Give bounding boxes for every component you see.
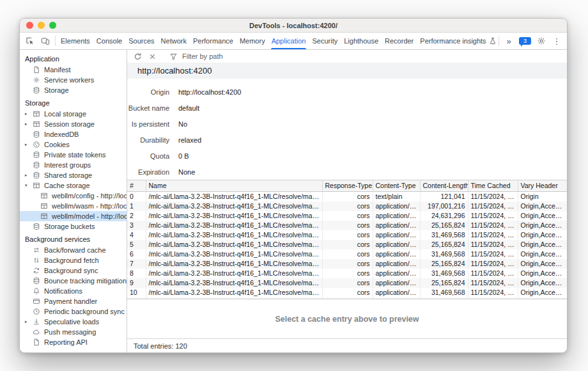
sidebar-item-storage[interactable]: Storage — [20, 85, 127, 95]
sidebar-item-manifest[interactable]: Manifest — [20, 65, 127, 75]
filter-by-path-input[interactable]: Filter by path — [166, 52, 223, 61]
sidebar-item-label: Push messaging — [44, 328, 96, 336]
cell-num: 8 — [127, 269, 146, 278]
cache-entry-row[interactable]: 5/mlc-ai/Llama-3.2-3B-Instruct-q4f16_1-M… — [127, 240, 567, 249]
cell-response-type: cors — [322, 259, 373, 269]
table-header-row: #NameResponse-TypeContent-TypeContent-Le… — [127, 180, 567, 191]
cache-entry-row[interactable]: 7/mlc-ai/Llama-3.2-3B-Instruct-q4f16_1-M… — [127, 259, 567, 269]
sidebar-item-back-forward-cache[interactable]: Back/forward cache — [20, 245, 127, 255]
chevron-right-icon[interactable]: ▸ — [25, 142, 32, 147]
tab-security[interactable]: Security — [309, 33, 341, 49]
column-header-time-cached[interactable]: Time Cached — [468, 180, 518, 191]
tab-console[interactable]: Console — [93, 33, 125, 49]
column-header-name[interactable]: Name — [146, 180, 322, 191]
cache-entry-row[interactable]: 9/mlc-ai/Llama-3.2-3B-Instruct-q4f16_1-M… — [127, 278, 567, 288]
sidebar-item-storage-buckets[interactable]: Storage buckets — [20, 221, 127, 232]
cell-content-length: 25,165,824 — [420, 278, 468, 288]
cell-response-type: cors — [322, 278, 373, 288]
more-tabs-icon[interactable]: » — [501, 33, 516, 49]
sidebar-item-webllm-model-http-loc[interactable]: webllm/model - http://loc… — [20, 211, 127, 221]
sidebar-item-session-storage[interactable]: ▸Session storage — [20, 119, 127, 129]
sync-icon — [32, 267, 41, 275]
tab-elements[interactable]: Elements — [58, 33, 93, 49]
cell-num: 7 — [127, 259, 146, 269]
device-toolbar-icon[interactable] — [38, 33, 53, 49]
sidebar-item-reporting-api[interactable]: Reporting API — [20, 337, 127, 347]
cell-content-length: 31,469,568 — [420, 249, 468, 259]
tab-performance-insights[interactable]: Performance insights — [417, 33, 497, 49]
window-titlebar[interactable]: DevTools - localhost:4200/ — [20, 19, 567, 33]
cache-entry-row[interactable]: 8/mlc-ai/Llama-3.2-3B-Instruct-q4f16_1-M… — [127, 269, 567, 278]
sidebar-item-label: Session storage — [44, 120, 95, 128]
refresh-icon[interactable] — [130, 52, 144, 61]
sidebar-item-indexeddb[interactable]: IndexedDB — [20, 129, 127, 139]
cell-response-type: cors — [322, 221, 373, 230]
chevron-right-icon[interactable]: ▸ — [25, 111, 32, 116]
tab-lighthouse[interactable]: Lighthouse — [341, 33, 382, 49]
cache-entry-row[interactable]: 10/mlc-ai/Llama-3.2-3B-Instruct-q4f16_1-… — [127, 288, 567, 297]
tab-label: Console — [97, 37, 122, 45]
delete-icon[interactable] — [145, 52, 159, 61]
sidebar-item-service-workers[interactable]: Service workers — [20, 75, 127, 85]
cache-entry-row[interactable]: 3/mlc-ai/Llama-3.2-3B-Instruct-q4f16_1-M… — [127, 221, 567, 230]
close-window-button[interactable] — [26, 22, 33, 29]
sidebar-item-interest-groups[interactable]: Interest groups — [20, 160, 127, 170]
sidebar-item-shared-storage[interactable]: ▸Shared storage — [20, 170, 127, 180]
cache-entry-row[interactable]: 6/mlc-ai/Llama-3.2-3B-Instruct-q4f16_1-M… — [127, 249, 567, 259]
window-title: DevTools - localhost:4200/ — [249, 22, 337, 29]
bell-icon — [32, 287, 41, 296]
sidebar-item-webllm-wasm-http-loca[interactable]: webllm/wasm - http://loca… — [20, 201, 127, 211]
sidebar-item-background-fetch[interactable]: Background fetch — [20, 255, 127, 265]
cache-entry-row[interactable]: 1/mlc-ai/Llama-3.2-3B-Instruct-q4f16_1-M… — [127, 201, 567, 211]
tab-label: Performance insights — [420, 37, 486, 45]
cell-content-type: application/oc… — [373, 259, 420, 269]
more-options-icon[interactable]: ⋮ — [549, 33, 564, 49]
sidebar-item-local-storage[interactable]: ▸Local storage — [20, 109, 127, 119]
panel-toolbar: Filter by path — [127, 50, 567, 63]
issues-counter-button[interactable]: 3 — [516, 33, 534, 49]
sidebar-item-payment-handler[interactable]: Payment handler — [20, 296, 127, 306]
tab-recorder[interactable]: Recorder — [382, 33, 417, 49]
tab-performance[interactable]: Performance — [190, 33, 236, 49]
metadata-label: Quota — [127, 152, 169, 160]
cell-vary: Origin,Access… — [518, 211, 567, 221]
sidebar-item-cache-storage[interactable]: ▾Cache storage — [20, 180, 127, 191]
tab-sources[interactable]: Sources — [125, 33, 157, 49]
cell-num: 9 — [127, 278, 146, 288]
sidebar-item-private-state-tokens[interactable]: Private state tokens — [20, 150, 127, 160]
minimize-window-button[interactable] — [38, 22, 45, 29]
sidebar-item-notifications[interactable]: Notifications — [20, 286, 127, 296]
cell-vary: Origin,Access… — [518, 240, 567, 249]
chevron-right-icon[interactable]: ▸ — [25, 122, 32, 127]
cache-entry-row[interactable]: 2/mlc-ai/Llama-3.2-3B-Instruct-q4f16_1-M… — [127, 211, 567, 221]
fullscreen-window-button[interactable] — [49, 22, 56, 29]
flask-icon — [489, 37, 497, 45]
tab-memory[interactable]: Memory — [236, 33, 268, 49]
sidebar-item-webllm-config-http-loc[interactable]: webllm/config - http://loc… — [20, 191, 127, 201]
column-header-[interactable]: # — [127, 180, 146, 191]
metadata-row-origin: Originhttp://localhost:4200 — [127, 84, 567, 100]
column-header-response-type[interactable]: Response-Type — [322, 180, 373, 191]
settings-gear-icon[interactable] — [534, 33, 549, 49]
sidebar-item-label: Periodic background sync — [44, 308, 125, 315]
sidebar-item-push-messaging[interactable]: Push messaging — [20, 327, 127, 337]
cell-content-length: 25,165,824 — [420, 240, 468, 249]
sidebar-item-bounce-tracking-mitigations[interactable]: Bounce tracking mitigations — [20, 276, 127, 286]
column-header-content-length[interactable]: Content-Length — [420, 180, 468, 191]
tab-application[interactable]: Application — [268, 33, 309, 49]
chevron-right-icon[interactable]: ▸ — [25, 173, 32, 178]
inspect-element-icon[interactable] — [22, 33, 38, 49]
tab-label: Memory — [240, 37, 265, 45]
sidebar-item-speculative-loads[interactable]: ▸Speculative loads — [20, 317, 127, 327]
tab-network[interactable]: Network — [158, 33, 190, 49]
sidebar-item-background-sync[interactable]: Background sync — [20, 265, 127, 276]
sidebar-item-periodic-background-sync[interactable]: Periodic background sync — [20, 306, 127, 317]
cache-entry-row[interactable]: 4/mlc-ai/Llama-3.2-3B-Instruct-q4f16_1-M… — [127, 230, 567, 240]
sidebar-item-cookies[interactable]: ▸Cookies — [20, 139, 127, 150]
column-header-vary-header[interactable]: Vary Header — [518, 180, 567, 191]
column-header-content-type[interactable]: Content-Type — [373, 180, 420, 191]
devtools-content: ApplicationManifestService workersStorag… — [20, 50, 567, 352]
chevron-down-icon[interactable]: ▾ — [25, 183, 32, 188]
cache-entry-row[interactable]: 0/mlc-ai/Llama-3.2-3B-Instruct-q4f16_1-M… — [127, 191, 567, 201]
chevron-right-icon[interactable]: ▸ — [25, 319, 32, 324]
